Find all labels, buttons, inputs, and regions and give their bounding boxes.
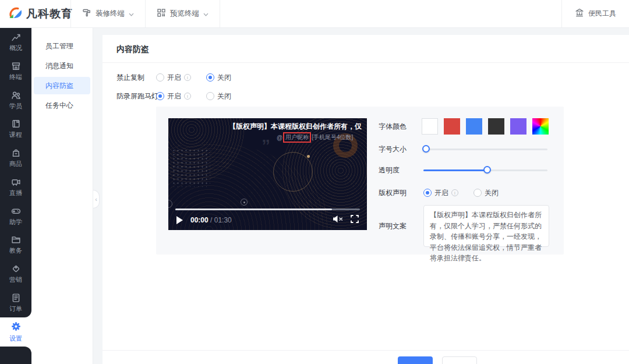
row-label: 禁止复制 (116, 73, 156, 83)
submenu-item-task-center[interactable]: 任务中心 (31, 97, 93, 114)
users-icon (11, 90, 21, 100)
sidebar-item-courses[interactable]: 课程 (0, 115, 31, 144)
opacity-slider-fill (423, 169, 487, 171)
opacity-slider-knob[interactable] (483, 166, 491, 174)
radio-label: 开启 (167, 73, 181, 83)
sidebar-item-overview[interactable]: 概况 (0, 28, 31, 57)
sidebar-item-label: 课程 (9, 130, 22, 139)
radio-option-off[interactable]: 关闭 (206, 73, 231, 83)
chevron-down-icon (203, 10, 209, 18)
sidebar-item-orders[interactable]: 订单 (0, 288, 31, 317)
sidebar-item-academics[interactable]: 教务 (0, 231, 31, 260)
save-button[interactable] (398, 356, 433, 364)
fullscreen-icon[interactable] (351, 215, 359, 225)
settings-submenu: 员工管理 消息通知 内容防盗 任务中心 (31, 28, 93, 364)
icon-sidebar-bottom-block (0, 347, 31, 364)
sidebar-item-products[interactable]: 商品 (0, 144, 31, 173)
menu-label: 装修终端 (96, 9, 125, 19)
logo-icon (8, 5, 23, 23)
tools-label: 便民工具 (588, 9, 616, 19)
color-swatch-black[interactable] (488, 118, 504, 135)
font-size-slider-knob[interactable] (422, 145, 430, 153)
copyright-label: 版权声明 (379, 188, 422, 198)
mute-icon[interactable] (333, 215, 343, 225)
sidebar-item-marketing[interactable]: 营销 (0, 260, 31, 289)
radio-circle[interactable] (473, 189, 482, 197)
sidebar-item-live[interactable]: 直播 (0, 173, 31, 202)
qr-code-icon (157, 8, 166, 19)
radio-circle[interactable] (206, 92, 214, 100)
color-swatch-blue[interactable] (466, 118, 482, 135)
font-size-label: 字号大小 (379, 144, 422, 154)
statement-row: 声明文案 【版权声明】本课程版权归创作者所有，仅限个人学习，严禁任何形式的录制、… (379, 205, 549, 247)
radio-label: 关闭 (485, 188, 499, 198)
sidebar-item-label: 助学 (9, 218, 22, 227)
radio-circle[interactable] (156, 92, 164, 100)
video-camera-icon (11, 177, 21, 187)
sidebar-item-terminal[interactable]: 终端 (0, 57, 31, 86)
menu-preview-terminal[interactable]: 预览终端 (145, 0, 220, 27)
marquee-phone-suffix: [手机尾号4位数] (312, 133, 353, 142)
book-icon (11, 119, 21, 129)
radio-circle[interactable] (423, 189, 432, 197)
opacity-slider[interactable] (423, 169, 547, 171)
radio-option-on[interactable]: 开启 (423, 188, 458, 198)
submenu-item-content-protection[interactable]: 内容防盗 (34, 77, 90, 94)
video-time: 00:00 / 01:30 (190, 216, 232, 224)
protection-form: 禁止复制 开启 关闭 防录屏跑马灯 (103, 63, 629, 101)
radio-circle[interactable] (156, 73, 164, 82)
main-area: 内容防盗 禁止复制 开启 关闭 防录屏跑马灯 (93, 28, 629, 364)
sidebar-item-label: 直播 (9, 189, 22, 197)
time-current: 00:00 (190, 216, 209, 224)
convenience-tools-button[interactable]: 便民工具 (561, 0, 629, 27)
menu-decorate-terminal[interactable]: 装修终端 (70, 0, 145, 27)
sidebar-item-label: 终端 (9, 73, 22, 82)
statement-label: 声明文案 (379, 221, 422, 231)
tag-icon (11, 264, 21, 274)
radio-label: 开启 (434, 188, 448, 198)
radio-circle[interactable] (206, 73, 214, 82)
content-card: 内容防盗 禁止复制 开启 关闭 防录屏跑马灯 (103, 35, 629, 364)
marquee-user-text: @用户昵称[手机尾号4位数] (277, 132, 353, 143)
row-label: 防录屏跑马灯 (116, 91, 156, 101)
app-logo: 凡科教育 (0, 0, 70, 27)
document-icon (11, 293, 21, 303)
marquee-preview-panel: ” 【版权声明】本课程版权归创作者所有，仅 @用户昵称[手机尾号4位数] 00:… (156, 107, 564, 255)
decorative-quotes: ” (262, 136, 268, 156)
storefront-icon (11, 61, 21, 71)
submenu-item-staff[interactable]: 员工管理 (31, 37, 93, 55)
decorative-dot-grid (172, 149, 210, 187)
info-icon[interactable] (451, 189, 458, 196)
cancel-button[interactable] (442, 356, 477, 364)
color-swatch-purple[interactable] (510, 118, 526, 135)
color-swatch-red[interactable] (444, 118, 460, 135)
color-swatch-white[interactable] (422, 118, 438, 135)
sidebar-item-study-aid[interactable]: 助学 (0, 202, 31, 231)
sidebar-item-settings[interactable]: 设置 (0, 317, 31, 347)
radio-label: 关闭 (217, 91, 231, 101)
marquee-at: @ (277, 135, 282, 141)
bank-icon (575, 8, 584, 19)
menu-label: 预览终端 (170, 9, 199, 19)
radio-option-on[interactable]: 开启 (156, 91, 191, 101)
font-size-row: 字号大小 (379, 145, 547, 153)
font-size-slider[interactable] (423, 149, 547, 150)
submenu-item-notifications[interactable]: 消息通知 (31, 57, 93, 75)
marquee-settings-column: 字体颜色 字号大小 (379, 107, 553, 255)
sidebar-item-students[interactable]: 学员 (0, 86, 31, 115)
play-button[interactable] (176, 216, 183, 224)
opacity-label: 透明度 (379, 165, 422, 175)
info-icon[interactable] (184, 74, 191, 81)
color-swatch-rainbow[interactable] (532, 118, 549, 135)
sidebar-item-label: 商品 (9, 160, 22, 168)
time-total: / 01:30 (210, 216, 232, 224)
radio-option-on[interactable]: 开启 (156, 73, 191, 83)
radio-option-off[interactable]: 关闭 (473, 188, 499, 198)
info-icon[interactable] (184, 93, 191, 100)
sidebar-item-label: 教务 (9, 246, 22, 255)
sidebar-item-label: 概况 (9, 44, 22, 52)
font-color-label: 字体颜色 (379, 122, 422, 132)
statement-textarea[interactable]: 【版权声明】本课程版权归创作者所有，仅限个人学习，严禁任何形式的录制、传播和账号… (423, 205, 549, 247)
radio-option-off[interactable]: 关闭 (206, 91, 231, 101)
gamepad-icon (11, 206, 21, 216)
